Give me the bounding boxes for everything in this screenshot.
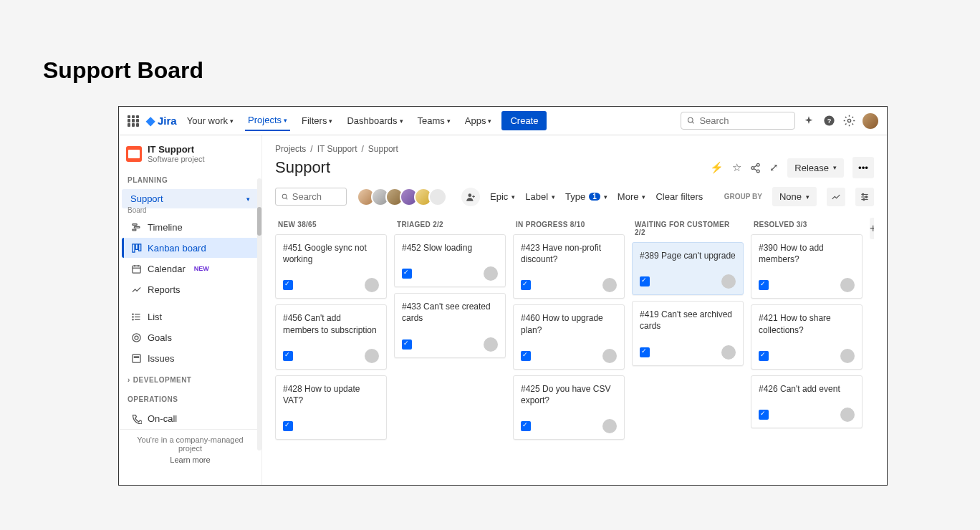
breadcrumbs: Projects/ IT Support/ Support	[275, 144, 874, 154]
settings-icon[interactable]	[842, 115, 855, 127]
sidebar-item-list[interactable]: List	[122, 307, 259, 327]
svg-point-38	[863, 193, 864, 195]
add-person-button[interactable]	[461, 188, 480, 206]
task-type-icon	[283, 421, 293, 431]
sidebar-scrollbar[interactable]	[257, 178, 261, 450]
nav-item-dashboards[interactable]: Dashboards▾	[344, 111, 405, 130]
global-search-input[interactable]	[699, 115, 789, 126]
insights-icon[interactable]	[827, 188, 845, 206]
assignee-avatar[interactable]	[840, 408, 855, 422]
sidebar-item-timeline[interactable]: Timeline	[122, 217, 259, 237]
assignee-avatar[interactable]	[721, 345, 736, 360]
board-card[interactable]: #433 Can't see created cards	[394, 293, 506, 357]
user-avatar[interactable]	[863, 113, 878, 129]
board-card[interactable]: #421 How to share collections?	[751, 304, 863, 369]
nav-item-filters[interactable]: Filters▾	[299, 111, 335, 130]
board-card[interactable]: #419 Can't see archived cards	[632, 301, 744, 365]
learn-more-link[interactable]: Learn more	[126, 456, 254, 464]
sidebar-item-label: Issues	[148, 353, 175, 364]
sidebar-footer: You're in a company-managed project Lear…	[119, 429, 261, 470]
fullscreen-icon[interactable]: ⤢	[769, 161, 779, 174]
assignee-avatar[interactable]	[365, 278, 379, 292]
sidebar-item-goals[interactable]: Goals	[122, 327, 259, 347]
assignee-avatar[interactable]	[840, 278, 855, 292]
clear-filters-link[interactable]: Clear filters	[655, 191, 703, 202]
group-by-dropdown[interactable]: None▾	[772, 187, 817, 206]
assignee-avatar[interactable]	[721, 274, 736, 289]
assignee-avatar[interactable]	[602, 278, 617, 292]
task-type-icon	[521, 351, 531, 361]
breadcrumb-item[interactable]: Support	[368, 144, 398, 154]
board-card[interactable]: #460 How to upgrade plan?	[513, 304, 625, 369]
nav-item-projects[interactable]: Projects▾	[245, 110, 290, 131]
assignee-avatar[interactable]	[602, 419, 617, 433]
svg-line-1	[692, 122, 693, 123]
svg-line-31	[286, 198, 287, 199]
column-header: NEW 38/65	[275, 216, 387, 234]
task-type-icon	[402, 339, 412, 350]
svg-point-18	[132, 314, 133, 314]
board-card[interactable]: #425 Do you have CSV export?	[513, 375, 625, 440]
product-name: Jira	[158, 115, 177, 127]
sidebar-item-kanban[interactable]: Kanban board	[122, 238, 259, 258]
card-title: #451 Google sync not working	[283, 242, 379, 265]
board-search[interactable]	[275, 188, 347, 206]
board-search-input[interactable]	[292, 191, 340, 202]
board-card[interactable]: #389 Page can't upgrade	[632, 242, 744, 295]
sidebar-item-oncall[interactable]: On-call	[122, 408, 259, 428]
notifications-icon[interactable]	[802, 115, 815, 127]
assignee-avatar[interactable]	[365, 349, 379, 363]
assignee-avatar[interactable]	[484, 266, 498, 281]
add-column-button[interactable]: +	[870, 218, 874, 239]
filter-type[interactable]: Type1▾	[565, 191, 607, 202]
member-avatar[interactable]	[428, 188, 447, 206]
sidebar-item-issues[interactable]: Issues	[122, 348, 259, 368]
star-icon[interactable]: ☆	[732, 161, 741, 174]
search-icon	[687, 116, 695, 125]
board-card[interactable]: #426 Can't add event	[751, 375, 863, 428]
board-toolbar: Epic▾ Label▾ Type1▾ More▾ Clear filters …	[275, 187, 874, 206]
svg-point-19	[132, 316, 133, 317]
sidebar-item-label: Timeline	[148, 222, 183, 233]
project-header[interactable]: IT Support Software project	[119, 135, 261, 169]
help-icon[interactable]: ?	[822, 115, 835, 127]
jira-logo[interactable]: ◆ Jira	[146, 114, 177, 127]
automation-icon[interactable]: ⚡	[710, 161, 724, 174]
nav-item-your-work[interactable]: Your work▾	[184, 111, 236, 130]
section-development[interactable]: ›DEVELOPMENT	[119, 369, 261, 388]
filter-more[interactable]: More▾	[618, 191, 646, 202]
avatar-stack[interactable]	[357, 188, 447, 206]
assignee-avatar[interactable]	[840, 349, 855, 363]
card-title: #426 Can't add event	[759, 383, 855, 395]
release-button[interactable]: Release▾	[787, 158, 844, 178]
svg-point-26	[751, 166, 754, 169]
sidebar-item-support-board[interactable]: Support ▾	[122, 189, 259, 208]
board-card[interactable]: #390 How to add members?	[751, 234, 863, 299]
breadcrumb-item[interactable]: Projects	[275, 144, 306, 154]
more-actions-button[interactable]: •••	[852, 157, 874, 178]
sidebar-item-calendar[interactable]: Calendar NEW	[122, 259, 259, 279]
sidebar-item-reports[interactable]: Reports	[122, 279, 259, 299]
app-switcher-icon[interactable]	[128, 115, 139, 127]
board-card[interactable]: #452 Slow loading	[394, 234, 506, 287]
nav-item-apps[interactable]: Apps▾	[462, 111, 495, 130]
svg-text:?: ?	[827, 117, 831, 125]
filter-epic[interactable]: Epic▾	[490, 191, 515, 202]
view-settings-icon[interactable]	[855, 188, 874, 206]
board-card[interactable]: #428 How to update VAT?	[275, 375, 387, 440]
svg-line-29	[754, 168, 757, 170]
board-card[interactable]: #451 Google sync not working	[275, 234, 387, 299]
create-button[interactable]: Create	[501, 111, 547, 130]
assignee-avatar[interactable]	[602, 349, 617, 363]
breadcrumb-item[interactable]: IT Support	[317, 144, 357, 154]
board-card[interactable]: #423 Have non-profit discount?	[513, 234, 625, 299]
filter-label[interactable]: Label▾	[525, 191, 555, 202]
nav-item-teams[interactable]: Teams▾	[415, 111, 453, 130]
share-icon[interactable]	[750, 163, 761, 173]
assignee-avatar[interactable]	[484, 337, 498, 352]
global-search[interactable]	[681, 112, 795, 130]
sidebar-item-label: Support	[130, 193, 163, 204]
goals-icon	[130, 332, 142, 343]
board-column: NEW 38/65#451 Google sync not working#45…	[275, 216, 387, 445]
board-card[interactable]: #456 Can't add members to subscription	[275, 304, 387, 369]
